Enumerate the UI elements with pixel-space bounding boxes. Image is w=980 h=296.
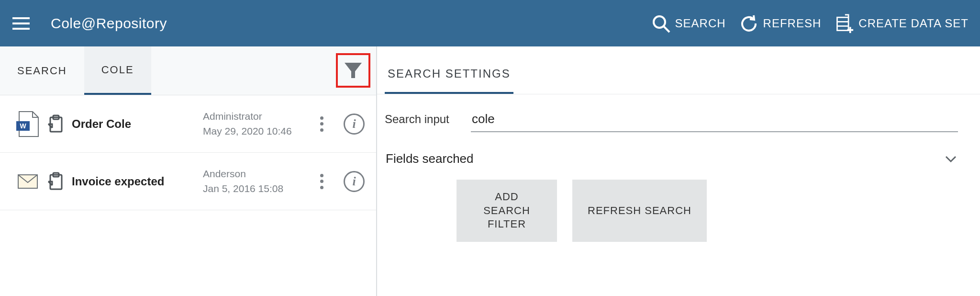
result-title: Invoice expected [72,175,203,188]
svg-point-3 [654,16,665,28]
add-search-filter-button[interactable]: ADD SEARCH FILTER [457,180,557,242]
create-dataset-button[interactable]: CREATE DATA SET [835,14,969,33]
clipboard-link-icon [42,172,69,191]
svg-line-4 [664,26,669,32]
tabstrip: SEARCH COLE [0,46,376,95]
clipboard-link-icon [42,114,69,134]
row-menu-button[interactable] [315,171,328,192]
menu-button[interactable] [0,0,42,46]
svg-rect-5 [837,17,849,30]
fields-searched-label: Fields searched [386,151,474,166]
results-column: SEARCH COLE W [0,46,377,296]
hamburger-icon [12,17,30,30]
funnel-icon [344,61,363,80]
result-user: Anderson [203,167,313,181]
results-list: W Order Cole Administrator May 29, 2020 … [0,95,376,296]
create-dataset-label: CREATE DATA SET [858,17,969,30]
settings-column: SEARCH SETTINGS Search input Fields sear… [377,46,980,296]
fields-searched-toggle[interactable]: Fields searched [385,149,958,180]
result-timestamp: Jan 5, 2016 15:08 [203,182,313,196]
row-info-button[interactable]: i [344,114,365,135]
tab-cole[interactable]: COLE [84,46,151,95]
search-input-label: Search input [385,113,452,126]
search-icon [651,14,670,33]
global-search-button[interactable]: SEARCH [651,14,726,33]
app-title: Cole@Repository [51,15,167,32]
row-info-button[interactable]: i [344,171,365,192]
mail-icon [13,168,42,195]
result-user: Administrator [203,109,313,124]
svg-marker-10 [345,63,362,78]
panel-tabstrip: SEARCH SETTINGS [377,46,980,94]
tab-search-settings[interactable]: SEARCH SETTINGS [385,67,513,94]
row-menu-button[interactable] [315,114,328,135]
create-dataset-icon [835,14,854,33]
svg-text:W: W [20,122,26,130]
filter-button[interactable] [336,53,370,88]
tab-search[interactable]: SEARCH [0,46,84,95]
global-search-label: SEARCH [675,17,726,30]
refresh-button[interactable]: REFRESH [739,14,822,33]
chevron-down-icon [945,153,957,165]
search-input[interactable] [471,109,958,132]
result-timestamp: May 29, 2020 10:46 [203,124,313,138]
refresh-search-button[interactable]: REFRESH SEARCH [572,180,707,242]
result-row[interactable]: Invoice expected Anderson Jan 5, 2016 15… [0,153,376,210]
result-title: Order Cole [72,117,203,131]
refresh-icon [739,14,758,33]
top-bar: Cole@Repository SEARCH REFRESH [0,0,980,46]
word-doc-icon: W [13,111,42,137]
result-row[interactable]: W Order Cole Administrator May 29, 2020 … [0,95,376,153]
refresh-label: REFRESH [763,17,822,30]
top-actions: SEARCH REFRESH CREATE DATA SET [651,14,969,33]
